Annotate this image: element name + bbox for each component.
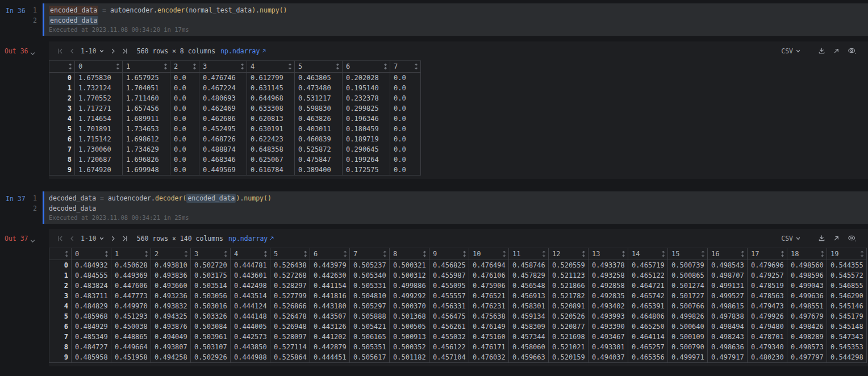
table-cell[interactable]: 0.493402 [589, 301, 628, 311]
sort-icon[interactable] [264, 250, 268, 257]
open-in-new-icon[interactable] [833, 235, 840, 241]
column-header[interactable]: 5 [270, 248, 310, 260]
table-cell[interactable]: 0.0 [170, 73, 199, 83]
sort-icon[interactable] [383, 63, 387, 70]
table-cell[interactable]: 0.458060 [509, 342, 549, 352]
table-cell[interactable]: 0.476521 [469, 291, 509, 301]
table-cell[interactable]: 0.545146 [827, 301, 867, 311]
column-header[interactable]: 3 [191, 248, 231, 260]
table-cell[interactable]: 0.195140 [343, 83, 390, 93]
table-cell[interactable]: 0.475847 [295, 154, 343, 165]
table-cell[interactable]: 0.464806 [628, 311, 668, 321]
table-cell[interactable]: 0.500321 [390, 260, 429, 270]
table-cell[interactable]: 0.0 [170, 144, 199, 154]
table-cell[interactable]: 0.442879 [310, 342, 350, 352]
table-cell[interactable]: 0.465250 [628, 321, 668, 332]
table-cell[interactable]: 0.484727 [72, 342, 111, 352]
table-cell[interactable]: 0.598830 [295, 103, 343, 114]
table-cell[interactable]: 0.498615 [708, 301, 748, 311]
table-cell[interactable]: 0.0 [170, 124, 199, 134]
table-cell[interactable]: 0.465719 [628, 260, 668, 270]
first-page-icon[interactable] [57, 235, 64, 242]
column-header[interactable]: 6 [343, 61, 390, 72]
table-cell[interactable]: 1.674920 [75, 165, 123, 175]
table-cell[interactable]: 0.0 [390, 93, 421, 103]
sort-icon[interactable] [303, 250, 307, 257]
table-cell[interactable]: 0.456913 [509, 291, 549, 301]
column-header[interactable]: 0 [75, 61, 123, 72]
table-cell[interactable]: 0.299825 [343, 103, 390, 114]
table-cell[interactable]: 1.657456 [123, 103, 170, 114]
table-cell[interactable]: 1.657925 [123, 73, 170, 83]
table-cell[interactable]: 0.545148 [827, 321, 867, 332]
column-header[interactable]: 17 [748, 248, 787, 260]
column-header[interactable]: 2 [170, 61, 199, 72]
table-cell[interactable]: 0.498426 [787, 321, 827, 332]
table-cell[interactable]: 0.503084 [191, 321, 231, 332]
table-cell[interactable]: 0.485958 [72, 352, 111, 362]
table-cell[interactable]: 1.696826 [123, 154, 170, 165]
table-cell[interactable]: 0.450628 [111, 260, 151, 270]
table-cell[interactable]: 0.528097 [270, 332, 310, 342]
table-cell[interactable]: 0.0 [390, 134, 421, 144]
table-cell[interactable]: 0.493993 [589, 311, 628, 321]
table-cell[interactable]: 0.442630 [310, 270, 350, 281]
collapse-chevron-icon[interactable] [30, 238, 36, 244]
table-cell[interactable]: 0.464114 [628, 332, 668, 342]
first-page-icon[interactable] [57, 48, 64, 55]
table-cell[interactable]: 0.499131 [708, 281, 748, 291]
table-cell[interactable]: 0.625067 [247, 154, 295, 165]
table-cell[interactable]: 0.172575 [343, 165, 390, 175]
table-cell[interactable]: 0.631145 [247, 83, 295, 93]
open-in-new-icon[interactable] [833, 48, 840, 54]
table-cell[interactable]: 1.770552 [75, 93, 123, 103]
table-cell[interactable]: 0.500640 [668, 321, 708, 332]
table-cell[interactable]: 1.701891 [75, 124, 123, 134]
table-cell[interactable]: 0.500312 [390, 270, 429, 281]
table-cell[interactable]: 0.0 [390, 103, 421, 114]
table-cell[interactable]: 0.505351 [350, 342, 390, 352]
table-cell[interactable]: 0.476149 [469, 321, 509, 332]
table-cell[interactable]: 0.612799 [247, 73, 295, 83]
table-cell[interactable]: 1.720687 [75, 154, 123, 165]
table-cell[interactable]: 0.443850 [231, 342, 270, 352]
table-cell[interactable]: 0.442498 [231, 281, 270, 291]
table-cell[interactable]: 0.520559 [549, 260, 589, 270]
table-cell[interactable]: 0.479696 [748, 260, 787, 270]
table-cell[interactable]: 0.443979 [310, 260, 350, 270]
table-cell[interactable]: 0.451958 [111, 352, 151, 362]
sort-icon[interactable] [116, 63, 120, 70]
table-cell[interactable]: 0.498543 [708, 260, 748, 270]
table-cell[interactable]: 1.734629 [123, 144, 170, 154]
sort-icon[interactable] [701, 250, 705, 257]
table-cell[interactable]: 1.698612 [123, 134, 170, 144]
table-cell[interactable]: 0.531217 [295, 93, 343, 103]
table-cell[interactable]: 0.527268 [270, 270, 310, 281]
table-cell[interactable]: 0.290645 [343, 144, 390, 154]
table-cell[interactable]: 0.465257 [628, 342, 668, 352]
table-cell[interactable]: 0.196346 [343, 114, 390, 124]
column-header[interactable]: 13 [589, 248, 628, 260]
table-cell[interactable]: 0.500766 [668, 301, 708, 311]
page-range-dropdown[interactable]: 1-10 [81, 235, 105, 243]
sort-icon[interactable] [343, 250, 347, 257]
row-index[interactable]: 5 [49, 124, 75, 134]
table-cell[interactable]: 0.456261 [429, 321, 469, 332]
table-cell[interactable]: 0.503514 [191, 281, 231, 291]
table-cell[interactable]: 0.455987 [429, 270, 469, 281]
table-cell[interactable]: 0.444451 [310, 352, 350, 362]
table-cell[interactable]: 0.497797 [787, 352, 827, 362]
table-cell[interactable]: 0.443126 [310, 321, 350, 332]
sort-icon[interactable] [582, 250, 586, 257]
table-cell[interactable]: 0.457829 [509, 270, 549, 281]
sort-icon[interactable] [383, 250, 387, 257]
table-cell[interactable]: 0.503175 [191, 270, 231, 281]
table-cell[interactable]: 0.449569 [199, 165, 247, 175]
table-cell[interactable]: 0.456548 [509, 281, 549, 291]
table-cell[interactable]: 1.689911 [123, 114, 170, 124]
sort-icon[interactable] [193, 63, 197, 70]
sort-icon[interactable] [144, 250, 148, 257]
table-cell[interactable]: 0.502720 [191, 260, 231, 270]
table-cell[interactable]: 0.444988 [231, 352, 270, 362]
table-cell[interactable]: 0.455095 [429, 281, 469, 291]
